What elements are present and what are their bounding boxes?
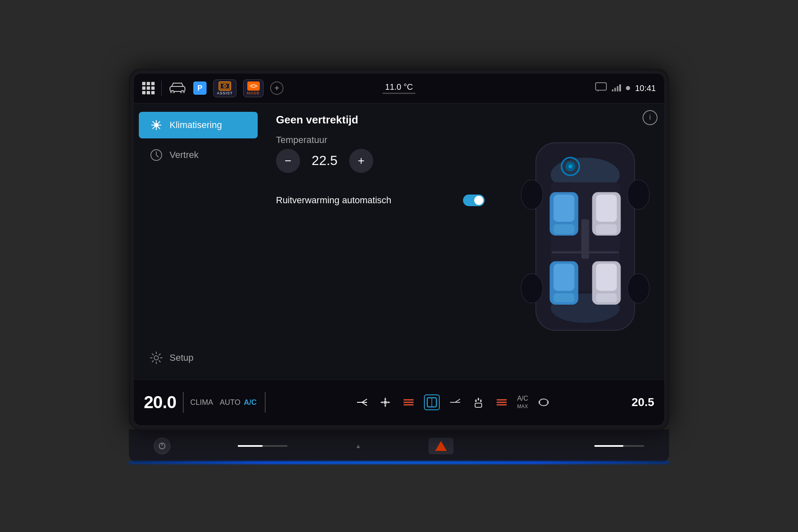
right-temp-bars-icon[interactable] (494, 394, 510, 410)
parking-button[interactable]: P (193, 81, 207, 95)
bottom-climate-bar: 20.0 CLIMA AUTO A/C (134, 379, 664, 425)
svg-rect-48 (475, 403, 482, 407)
temp-decrease-button[interactable]: − (276, 149, 300, 173)
nav-temperature-center: 11.0 °C (382, 82, 416, 94)
svg-rect-16 (554, 224, 574, 234)
vertrek-icon (149, 148, 164, 163)
volume-area (238, 445, 288, 447)
temperature-value: 22.5 (310, 153, 339, 168)
home-grid-icon[interactable] (142, 82, 155, 94)
mode-button[interactable]: MODE (243, 79, 264, 97)
svg-rect-26 (596, 293, 617, 302)
ac-max-label[interactable]: A/CMAX (517, 395, 528, 410)
ambient-light-strip (129, 461, 669, 464)
toggle-thumb (474, 196, 483, 205)
hazard-triangle-icon (435, 441, 447, 451)
signal-icon (612, 85, 621, 91)
svg-point-2 (181, 91, 184, 93)
svg-point-31 (628, 273, 649, 303)
nav-divider-1 (161, 81, 162, 96)
ruitverwarming-label: Ruitverwarming automatisch (276, 195, 392, 206)
volume-fill-right (594, 445, 623, 447)
infotainment-screen: P ASSIST (129, 69, 669, 430)
physical-controls-bar: ▲ ▼ (129, 429, 669, 463)
volume-bar-right[interactable] (594, 445, 644, 447)
assist-button[interactable]: ASSIST (213, 79, 236, 97)
assist-icon (219, 81, 231, 91)
outside-temperature: 11.0 °C (385, 82, 413, 92)
power-button[interactable] (154, 438, 170, 454)
temp-bar (382, 93, 416, 94)
assist-label: ASSIST (217, 91, 233, 95)
svg-rect-25 (596, 264, 617, 291)
car-visualization-panel: i (506, 103, 664, 379)
klimatisering-label: Klimatisering (170, 120, 222, 131)
volume-area-right (594, 445, 644, 447)
svg-line-38 (362, 402, 367, 406)
svg-rect-6 (596, 83, 606, 90)
svg-point-28 (521, 180, 543, 209)
volume-bar[interactable] (238, 445, 288, 447)
svg-point-9 (154, 356, 158, 360)
clima-divider-2 (265, 392, 266, 413)
top-nav-bar: P ASSIST (134, 74, 664, 103)
plus-icon: + (358, 154, 365, 167)
temperature-section: Temperatuur − 22.5 + (276, 135, 493, 173)
hazard-button[interactable] (429, 438, 453, 454)
sidebar-item-vertrek[interactable]: Vertrek (139, 142, 258, 168)
svg-rect-27 (581, 219, 589, 259)
recirculation-icon[interactable] (536, 394, 552, 410)
main-content-area: Klimatisering Vertrek (134, 103, 664, 379)
info-button[interactable]: i (643, 110, 658, 125)
nav-left-group: P ASSIST (142, 79, 283, 97)
temperature-label: Temperatuur (276, 135, 493, 145)
sidebar-item-setup[interactable]: Setup (139, 345, 258, 371)
seat-heat-icon[interactable] (470, 394, 486, 410)
right-temperature: 20.5 (632, 396, 655, 409)
bottom-icon-group: A/CMAX (274, 394, 631, 410)
svg-point-39 (384, 401, 387, 404)
svg-point-1 (171, 91, 174, 93)
svg-point-5 (224, 85, 226, 86)
svg-rect-23 (554, 293, 574, 302)
svg-point-34 (569, 164, 573, 168)
sidebar-spacer (134, 170, 263, 343)
vertrek-label: Vertrek (170, 150, 199, 160)
klimatisering-icon (149, 118, 164, 133)
svg-point-29 (628, 180, 649, 209)
car-top-view-svg (506, 103, 664, 379)
svg-point-30 (521, 273, 543, 303)
no-departure-time-heading: Geen vertrektijd (276, 113, 493, 126)
fan-speed-icon[interactable] (377, 394, 393, 410)
svg-rect-15 (554, 195, 574, 222)
mode-label: MODE (247, 91, 260, 95)
clima-label: CLIMA (190, 398, 213, 407)
left-temperature: 20.0 (144, 392, 176, 412)
add-widget-button[interactable]: + (270, 81, 283, 95)
left-sidebar: Klimatisering Vertrek (134, 103, 263, 379)
message-icon[interactable] (595, 82, 607, 94)
status-dot (626, 86, 630, 90)
minus-icon: − (285, 154, 291, 167)
airflow-distribution-icon[interactable] (354, 394, 370, 410)
clima-divider-1 (183, 392, 184, 413)
ruitverwarming-row: Ruitverwarming automatisch (276, 195, 493, 206)
center-climate-panel: Geen vertrektijd Temperatuur − 22.5 + (263, 103, 506, 379)
nav-right-group: 10:41 (595, 82, 656, 94)
svg-line-46 (455, 399, 460, 402)
svg-rect-19 (596, 224, 617, 234)
setup-icon (149, 350, 164, 365)
temp-bars-icon[interactable] (401, 394, 416, 410)
svg-line-36 (362, 399, 367, 402)
setup-label: Setup (170, 352, 194, 363)
car-icon[interactable] (168, 81, 187, 95)
ruitverwarming-toggle[interactable] (463, 195, 485, 206)
sidebar-item-klimatisering[interactable]: Klimatisering (139, 112, 258, 138)
mode-icon (247, 81, 260, 91)
airflow-direction-icon[interactable] (447, 394, 463, 410)
auto-label: AUTO (220, 398, 241, 407)
sync-zones-button[interactable] (424, 394, 440, 410)
temp-increase-button[interactable]: + (349, 149, 373, 173)
nav-up-icon: ▲ (355, 443, 361, 449)
screen-content: P ASSIST (134, 74, 664, 425)
